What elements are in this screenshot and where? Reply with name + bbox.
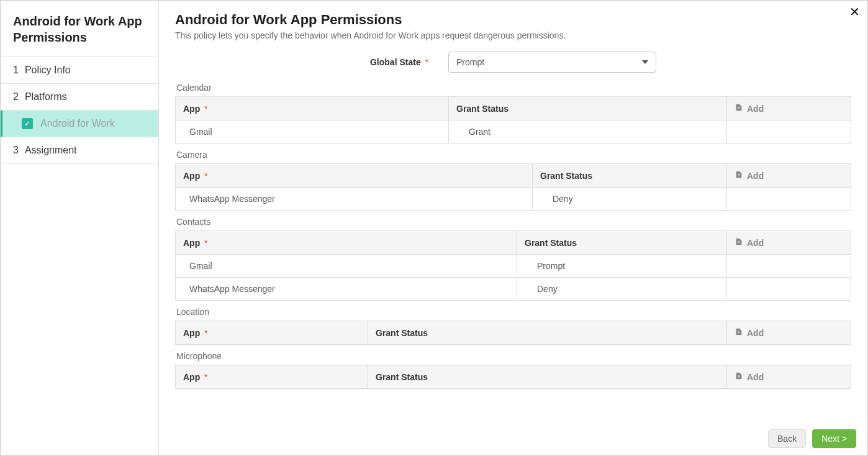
main-panel: ✕ Android for Work App Permissions This … [159, 1, 867, 455]
required-asterisk: * [204, 104, 207, 114]
add-icon [735, 372, 743, 382]
grant-status-cell: Grant [449, 121, 727, 144]
permission-table: App *Grant StatusAddGmailGrant [175, 96, 851, 144]
add-cell [727, 278, 851, 301]
grant-status-cell: Prompt [517, 255, 727, 278]
column-header-app: App * [176, 231, 517, 255]
permission-section-title: Microphone [176, 351, 851, 361]
step-label: Policy Info [25, 65, 71, 76]
check-icon: ✓ [22, 118, 33, 129]
permission-section-title: Camera [176, 150, 851, 160]
column-header-app: App * [176, 365, 368, 389]
add-label: Add [747, 372, 764, 382]
substep-android-for-work[interactable]: ✓ Android for Work [1, 111, 158, 137]
column-header-add: Add [727, 231, 851, 255]
back-button[interactable]: Back [768, 429, 806, 448]
column-header-grant-status: Grant Status [368, 365, 727, 389]
grant-status-cell: Deny [517, 278, 727, 301]
table-row[interactable]: GmailGrant [176, 121, 851, 144]
add-cell [727, 255, 851, 278]
column-header-grant-status: Grant Status [368, 321, 727, 345]
required-asterisk: * [204, 328, 207, 338]
permission-table: App *Grant StatusAdd [175, 321, 851, 345]
add-cell [727, 121, 851, 144]
add-button[interactable]: Add [735, 103, 764, 114]
step-label: Platforms [25, 91, 67, 103]
global-state-value: Prompt [456, 57, 484, 67]
add-icon [735, 237, 743, 248]
step-label: Assignment [25, 145, 77, 156]
add-label: Add [747, 171, 764, 181]
required-asterisk: * [425, 57, 428, 67]
step-number: 3 [13, 145, 19, 156]
sidebar: Android for Work App Permissions 1 Polic… [1, 1, 159, 455]
column-header-add: Add [727, 365, 851, 389]
step-number: 2 [13, 91, 19, 103]
next-button[interactable]: Next > [812, 429, 856, 448]
step-number: 1 [13, 65, 19, 76]
add-cell [727, 188, 851, 211]
page-description: This policy lets you specify the behavio… [175, 30, 851, 40]
substep-label: Android for Work [40, 118, 115, 129]
permission-table: App *Grant StatusAddWhatsApp MessengerDe… [175, 163, 851, 211]
add-button[interactable]: Add [735, 170, 764, 181]
add-button[interactable]: Add [735, 237, 764, 248]
add-icon [735, 103, 743, 114]
chevron-down-icon [642, 60, 648, 64]
column-header-add: Add [727, 164, 851, 188]
column-header-grant-status: Grant Status [517, 231, 727, 255]
grant-status-cell: Deny [533, 188, 727, 211]
add-label: Add [747, 238, 764, 248]
required-asterisk: * [204, 238, 207, 248]
permission-section: ContactsApp *Grant StatusAddGmailPromptW… [175, 217, 851, 301]
app-name-cell: WhatsApp Messenger [176, 278, 517, 301]
add-icon [735, 327, 743, 338]
add-label: Add [747, 328, 764, 338]
column-header-grant-status: Grant Status [533, 164, 727, 188]
required-asterisk: * [204, 171, 207, 181]
required-asterisk: * [204, 372, 207, 382]
content-area: Global State * Prompt CalendarApp *Grant… [159, 45, 867, 422]
column-header-add: Add [727, 97, 851, 121]
page-title: Android for Work App Permissions [175, 12, 851, 28]
close-icon[interactable]: ✕ [849, 6, 860, 18]
app-name-cell: WhatsApp Messenger [176, 188, 533, 211]
table-row[interactable]: WhatsApp MessengerDeny [176, 188, 851, 211]
step-policy-info[interactable]: 1 Policy Info [1, 57, 158, 84]
column-header-app: App * [176, 164, 533, 188]
table-row[interactable]: GmailPrompt [176, 255, 851, 278]
sidebar-title: Android for Work App Permissions [1, 1, 158, 57]
add-button[interactable]: Add [735, 372, 764, 382]
global-state-label: Global State [370, 57, 421, 67]
permission-section: LocationApp *Grant StatusAdd [175, 307, 851, 345]
permission-table: App *Grant StatusAdd [175, 365, 851, 389]
add-label: Add [747, 104, 764, 114]
column-header-add: Add [727, 321, 851, 345]
app-root: Android for Work App Permissions 1 Polic… [0, 0, 868, 456]
app-name-cell: Gmail [176, 121, 449, 144]
add-icon [735, 170, 743, 181]
main-header: Android for Work App Permissions This po… [159, 1, 867, 45]
global-state-label-wrap: Global State * [370, 57, 428, 67]
column-header-grant-status: Grant Status [449, 97, 727, 121]
step-assignment[interactable]: 3 Assignment [1, 137, 158, 164]
global-state-row: Global State * Prompt [175, 52, 851, 73]
permission-section: CameraApp *Grant StatusAddWhatsApp Messe… [175, 150, 851, 211]
permission-table: App *Grant StatusAddGmailPromptWhatsApp … [175, 230, 851, 301]
permission-section: MicrophoneApp *Grant StatusAdd [175, 351, 851, 389]
column-header-app: App * [176, 97, 449, 121]
table-row[interactable]: WhatsApp MessengerDeny [176, 278, 851, 301]
permission-section: CalendarApp *Grant StatusAddGmailGrant [175, 83, 851, 144]
add-button[interactable]: Add [735, 327, 764, 338]
footer: Back Next > [159, 422, 867, 455]
step-platforms[interactable]: 2 Platforms [1, 84, 158, 111]
column-header-app: App * [176, 321, 368, 345]
global-state-dropdown[interactable]: Prompt [448, 52, 656, 73]
permission-sections: CalendarApp *Grant StatusAddGmailGrantCa… [175, 83, 851, 389]
permission-section-title: Location [176, 307, 851, 317]
permission-section-title: Calendar [176, 83, 851, 93]
permission-section-title: Contacts [176, 217, 851, 227]
app-name-cell: Gmail [176, 255, 517, 278]
